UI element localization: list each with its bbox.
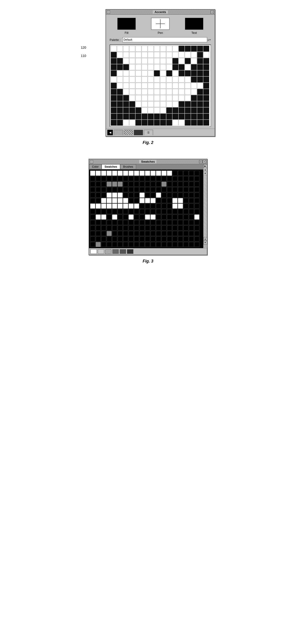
swatch-cell[interactable]	[96, 209, 101, 214]
swatch-cell[interactable]	[178, 192, 183, 198]
swatch-cell[interactable]	[194, 226, 200, 230]
swatch-cell[interactable]	[194, 209, 200, 214]
swatch-cell[interactable]	[148, 64, 154, 70]
swatch-cell[interactable]	[189, 226, 194, 230]
tab-swatches[interactable]: Swatches	[102, 164, 120, 169]
swatch-cell[interactable]	[197, 89, 203, 95]
swatch-cell[interactable]	[156, 182, 161, 187]
swatch-cell[interactable]	[185, 46, 191, 52]
swatch-cell[interactable]	[184, 214, 188, 220]
swatch-cell[interactable]	[134, 214, 139, 220]
window-menu-icon[interactable]: ≡	[210, 10, 214, 14]
swatch-cell[interactable]	[172, 226, 178, 230]
swatch-cell[interactable]	[172, 171, 178, 176]
swatch-cell[interactable]	[111, 89, 117, 95]
swatch-cell[interactable]	[90, 176, 95, 181]
swatch-cell[interactable]	[90, 204, 95, 208]
swatch-cell[interactable]	[123, 114, 129, 120]
swatch-cell[interactable]	[167, 231, 172, 236]
swatch-cell[interactable]	[128, 209, 134, 214]
swatch-cell[interactable]	[160, 120, 166, 126]
swatch-cell[interactable]	[96, 198, 101, 203]
swatch-cell[interactable]	[172, 107, 178, 113]
swatch-cell[interactable]	[101, 214, 106, 220]
swatch-cell[interactable]	[167, 192, 172, 198]
swatch-cell[interactable]	[117, 70, 123, 76]
text-box[interactable]	[185, 18, 203, 30]
swatch-cell[interactable]	[154, 89, 160, 95]
swatch-cell[interactable]	[136, 52, 142, 58]
swatch-cell[interactable]	[90, 226, 95, 230]
swatch-cell[interactable]	[142, 120, 148, 126]
swatch-cell[interactable]	[189, 187, 194, 192]
swatch-cell[interactable]	[197, 83, 203, 89]
swatch-cell[interactable]	[172, 192, 178, 198]
swatch-cell[interactable]	[189, 204, 194, 208]
swatch-cell[interactable]	[96, 231, 101, 236]
swatch-cell[interactable]	[191, 58, 197, 64]
swatch-cell[interactable]	[197, 95, 203, 101]
swatch-cell[interactable]	[129, 70, 135, 76]
swatch-cell[interactable]	[145, 242, 150, 247]
swatch-cell[interactable]	[166, 70, 172, 76]
swatch-cell[interactable]	[194, 192, 200, 198]
swatch-cell[interactable]	[90, 198, 95, 203]
swatch-cell[interactable]	[112, 187, 117, 192]
swatch-cell[interactable]	[160, 70, 166, 76]
swatch-cell[interactable]	[203, 114, 209, 120]
scroll-up-arrow[interactable]: ▲	[204, 168, 207, 172]
swatch-cell[interactable]	[90, 220, 95, 225]
swatch-cell[interactable]	[150, 220, 156, 225]
swatch-cell[interactable]	[166, 58, 172, 64]
swatch-cell[interactable]	[156, 236, 161, 242]
swatch-cell[interactable]	[101, 192, 106, 198]
swatch-cell[interactable]	[128, 220, 134, 225]
swatch-cell[interactable]	[129, 114, 135, 120]
swatch-cell[interactable]	[203, 101, 209, 107]
swatch-cell[interactable]	[128, 204, 134, 208]
swatch-cell[interactable]	[191, 64, 197, 70]
swatch-cell[interactable]	[194, 187, 200, 192]
swatch-cell[interactable]	[123, 89, 129, 95]
swatch-cell[interactable]	[112, 236, 117, 242]
swatch-cell[interactable]	[123, 214, 128, 220]
swatch-cell[interactable]	[101, 171, 106, 176]
swatch-cell[interactable]	[191, 70, 197, 76]
swatch-cell[interactable]	[184, 220, 188, 225]
swatch-cell[interactable]	[145, 198, 150, 203]
toolbar-tab-solid2[interactable]	[134, 130, 143, 135]
swatch-cell[interactable]	[101, 242, 106, 247]
swatch-cell[interactable]	[112, 231, 117, 236]
swatch-cell[interactable]	[128, 236, 134, 242]
swatch-cell[interactable]	[112, 204, 117, 208]
swatch-cell[interactable]	[128, 231, 134, 236]
swatch-cell[interactable]	[185, 120, 191, 126]
swatch-cell[interactable]	[150, 176, 156, 181]
swatch-cell[interactable]	[156, 220, 161, 225]
swatch-cell[interactable]	[178, 120, 184, 126]
swatch-cell[interactable]	[145, 209, 150, 214]
swatch-cell[interactable]	[107, 198, 112, 203]
swatch-cell[interactable]	[178, 209, 183, 214]
swatch-cell[interactable]	[117, 107, 123, 113]
swatch-cell[interactable]	[101, 176, 106, 181]
scroll-up-button[interactable]: ▶	[204, 164, 207, 168]
swatch-cell[interactable]	[166, 107, 172, 113]
swatch-cell[interactable]	[172, 204, 178, 208]
swatch-cell[interactable]	[191, 89, 197, 95]
swatch-cell[interactable]	[111, 76, 117, 82]
swatch-cell[interactable]	[123, 176, 128, 181]
swatch-cell[interactable]	[166, 83, 172, 89]
swatch-cell[interactable]	[123, 46, 129, 52]
swatch-cell[interactable]	[123, 95, 129, 101]
swatch-cell[interactable]	[185, 64, 191, 70]
swatch-cell[interactable]	[148, 120, 154, 126]
swatch-cell[interactable]	[140, 214, 144, 220]
swatch-cell[interactable]	[154, 120, 160, 126]
swatch-cell[interactable]	[117, 89, 123, 95]
swatch-cell[interactable]	[191, 95, 197, 101]
swatch-cell[interactable]	[112, 214, 117, 220]
swatch-cell[interactable]	[185, 76, 191, 82]
swatch-cell[interactable]	[148, 101, 154, 107]
swatch-cell[interactable]	[185, 95, 191, 101]
